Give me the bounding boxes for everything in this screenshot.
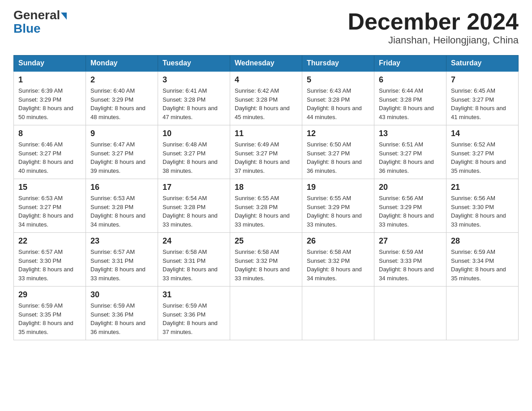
day-info: Sunrise: 6:58 AM Sunset: 3:31 PM Dayligh… <box>163 248 225 283</box>
day-number: 12 <box>307 129 369 138</box>
calendar-cell: 16 Sunrise: 6:53 AM Sunset: 3:28 PM Dayl… <box>86 179 158 233</box>
calendar-cell: 8 Sunrise: 6:46 AM Sunset: 3:27 PM Dayli… <box>14 125 86 179</box>
day-info: Sunrise: 6:59 AM Sunset: 3:33 PM Dayligh… <box>379 248 442 283</box>
weekday-header-thursday: Thursday <box>302 56 374 72</box>
logo: General Blue <box>13 9 67 36</box>
day-info: Sunrise: 6:55 AM Sunset: 3:29 PM Dayligh… <box>307 194 369 229</box>
day-info: Sunrise: 6:59 AM Sunset: 3:36 PM Dayligh… <box>163 301 225 336</box>
day-number: 15 <box>18 183 81 192</box>
day-number: 1 <box>18 75 81 85</box>
calendar-body: 1 Sunrise: 6:39 AM Sunset: 3:29 PM Dayli… <box>14 71 519 340</box>
calendar-cell: 9 Sunrise: 6:47 AM Sunset: 3:27 PM Dayli… <box>86 125 158 179</box>
calendar-title: December 2024 <box>348 9 519 34</box>
calendar-cell: 24 Sunrise: 6:58 AM Sunset: 3:31 PM Dayl… <box>158 233 230 287</box>
day-number: 13 <box>379 129 442 138</box>
day-info: Sunrise: 6:56 AM Sunset: 3:30 PM Dayligh… <box>451 194 514 229</box>
day-number: 18 <box>235 183 297 192</box>
calendar-cell: 31 Sunrise: 6:59 AM Sunset: 3:36 PM Dayl… <box>158 287 230 340</box>
calendar-week-row: 29 Sunrise: 6:59 AM Sunset: 3:35 PM Dayl… <box>14 287 519 340</box>
day-number: 24 <box>163 236 225 246</box>
calendar-cell: 29 Sunrise: 6:59 AM Sunset: 3:35 PM Dayl… <box>14 287 86 340</box>
calendar-week-row: 1 Sunrise: 6:39 AM Sunset: 3:29 PM Dayli… <box>14 71 519 125</box>
calendar-cell: 5 Sunrise: 6:43 AM Sunset: 3:28 PM Dayli… <box>302 71 374 125</box>
calendar-cell: 27 Sunrise: 6:59 AM Sunset: 3:33 PM Dayl… <box>374 233 446 287</box>
logo-text-line1: General <box>13 9 67 21</box>
calendar-cell: 2 Sunrise: 6:40 AM Sunset: 3:29 PM Dayli… <box>86 71 158 125</box>
day-info: Sunrise: 6:54 AM Sunset: 3:28 PM Dayligh… <box>163 194 225 229</box>
calendar-cell: 6 Sunrise: 6:44 AM Sunset: 3:28 PM Dayli… <box>374 71 446 125</box>
weekday-header-friday: Friday <box>374 56 446 72</box>
calendar-cell: 18 Sunrise: 6:55 AM Sunset: 3:28 PM Dayl… <box>230 179 302 233</box>
day-number: 6 <box>379 75 442 85</box>
calendar-cell <box>446 287 519 340</box>
day-number: 21 <box>451 183 514 192</box>
calendar-cell: 11 Sunrise: 6:49 AM Sunset: 3:27 PM Dayl… <box>230 125 302 179</box>
calendar-header: SundayMondayTuesdayWednesdayThursdayFrid… <box>14 56 519 72</box>
calendar-cell: 20 Sunrise: 6:56 AM Sunset: 3:29 PM Dayl… <box>374 179 446 233</box>
calendar-cell: 25 Sunrise: 6:58 AM Sunset: 3:32 PM Dayl… <box>230 233 302 287</box>
day-info: Sunrise: 6:57 AM Sunset: 3:31 PM Dayligh… <box>90 248 153 283</box>
calendar-week-row: 15 Sunrise: 6:53 AM Sunset: 3:27 PM Dayl… <box>14 179 519 233</box>
calendar-cell: 1 Sunrise: 6:39 AM Sunset: 3:29 PM Dayli… <box>14 71 86 125</box>
calendar-cell: 19 Sunrise: 6:55 AM Sunset: 3:29 PM Dayl… <box>302 179 374 233</box>
page-header: General Blue December 2024 Jianshan, Hei… <box>13 9 519 46</box>
calendar-cell: 14 Sunrise: 6:52 AM Sunset: 3:27 PM Dayl… <box>446 125 519 179</box>
day-info: Sunrise: 6:43 AM Sunset: 3:28 PM Dayligh… <box>307 86 369 121</box>
calendar-cell: 21 Sunrise: 6:56 AM Sunset: 3:30 PM Dayl… <box>446 179 519 233</box>
day-info: Sunrise: 6:51 AM Sunset: 3:27 PM Dayligh… <box>379 140 442 175</box>
weekday-header-row: SundayMondayTuesdayWednesdayThursdayFrid… <box>14 56 519 72</box>
day-number: 26 <box>307 236 369 246</box>
day-number: 20 <box>379 183 442 192</box>
day-number: 19 <box>307 183 369 192</box>
day-number: 8 <box>18 129 81 138</box>
day-info: Sunrise: 6:41 AM Sunset: 3:28 PM Dayligh… <box>163 86 225 121</box>
day-info: Sunrise: 6:40 AM Sunset: 3:29 PM Dayligh… <box>90 86 153 121</box>
day-info: Sunrise: 6:56 AM Sunset: 3:29 PM Dayligh… <box>379 194 442 229</box>
day-number: 17 <box>163 183 225 192</box>
day-info: Sunrise: 6:39 AM Sunset: 3:29 PM Dayligh… <box>18 86 81 121</box>
weekday-header-saturday: Saturday <box>446 56 519 72</box>
calendar-cell: 26 Sunrise: 6:58 AM Sunset: 3:32 PM Dayl… <box>302 233 374 287</box>
day-info: Sunrise: 6:45 AM Sunset: 3:27 PM Dayligh… <box>451 86 514 121</box>
calendar-cell <box>374 287 446 340</box>
day-number: 16 <box>90 183 153 192</box>
calendar-cell: 22 Sunrise: 6:57 AM Sunset: 3:30 PM Dayl… <box>14 233 86 287</box>
day-number: 14 <box>451 129 514 138</box>
calendar-cell: 3 Sunrise: 6:41 AM Sunset: 3:28 PM Dayli… <box>158 71 230 125</box>
day-info: Sunrise: 6:58 AM Sunset: 3:32 PM Dayligh… <box>235 248 297 283</box>
calendar-subtitle: Jianshan, Heilongjiang, China <box>348 34 519 46</box>
day-info: Sunrise: 6:53 AM Sunset: 3:27 PM Dayligh… <box>18 194 81 229</box>
calendar-cell: 4 Sunrise: 6:42 AM Sunset: 3:28 PM Dayli… <box>230 71 302 125</box>
day-number: 10 <box>163 129 225 138</box>
calendar-week-row: 8 Sunrise: 6:46 AM Sunset: 3:27 PM Dayli… <box>14 125 519 179</box>
weekday-header-wednesday: Wednesday <box>230 56 302 72</box>
weekday-header-monday: Monday <box>86 56 158 72</box>
day-info: Sunrise: 6:53 AM Sunset: 3:28 PM Dayligh… <box>90 194 153 229</box>
calendar-cell: 15 Sunrise: 6:53 AM Sunset: 3:27 PM Dayl… <box>14 179 86 233</box>
day-info: Sunrise: 6:47 AM Sunset: 3:27 PM Dayligh… <box>90 140 153 175</box>
day-info: Sunrise: 6:59 AM Sunset: 3:36 PM Dayligh… <box>90 301 153 336</box>
day-number: 25 <box>235 236 297 246</box>
weekday-header-tuesday: Tuesday <box>158 56 230 72</box>
day-number: 7 <box>451 75 514 85</box>
day-number: 4 <box>235 75 297 85</box>
calendar-table: SundayMondayTuesdayWednesdayThursdayFrid… <box>13 55 519 340</box>
calendar-cell <box>230 287 302 340</box>
calendar-cell: 10 Sunrise: 6:48 AM Sunset: 3:27 PM Dayl… <box>158 125 230 179</box>
day-info: Sunrise: 6:46 AM Sunset: 3:27 PM Dayligh… <box>18 140 81 175</box>
day-info: Sunrise: 6:42 AM Sunset: 3:28 PM Dayligh… <box>235 86 297 121</box>
calendar-cell <box>302 287 374 340</box>
day-number: 22 <box>18 236 81 246</box>
day-info: Sunrise: 6:52 AM Sunset: 3:27 PM Dayligh… <box>451 140 514 175</box>
day-number: 27 <box>379 236 442 246</box>
calendar-cell: 17 Sunrise: 6:54 AM Sunset: 3:28 PM Dayl… <box>158 179 230 233</box>
day-info: Sunrise: 6:59 AM Sunset: 3:34 PM Dayligh… <box>451 248 514 283</box>
day-number: 9 <box>90 129 153 138</box>
day-number: 30 <box>90 290 153 300</box>
day-number: 3 <box>163 75 225 85</box>
day-info: Sunrise: 6:58 AM Sunset: 3:32 PM Dayligh… <box>307 248 369 283</box>
day-info: Sunrise: 6:59 AM Sunset: 3:35 PM Dayligh… <box>18 301 81 336</box>
calendar-cell: 23 Sunrise: 6:57 AM Sunset: 3:31 PM Dayl… <box>86 233 158 287</box>
day-number: 29 <box>18 290 81 300</box>
title-block: December 2024 Jianshan, Heilongjiang, Ch… <box>348 9 519 46</box>
